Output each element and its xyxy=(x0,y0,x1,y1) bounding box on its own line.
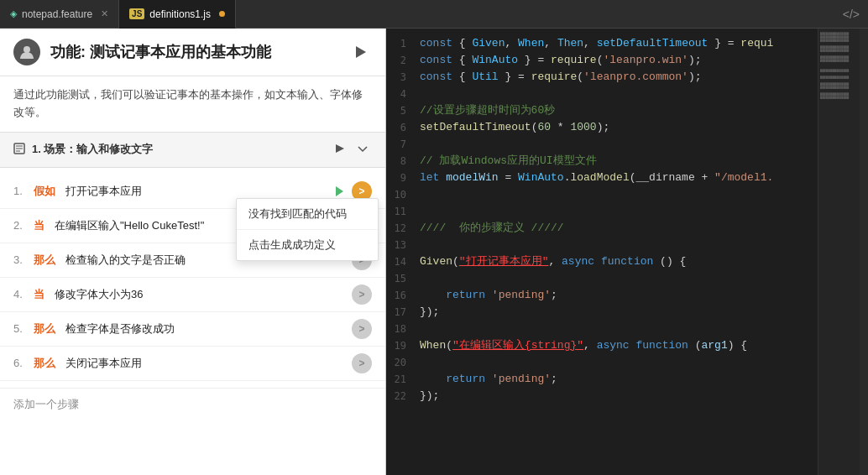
step-text: 关闭记事本应用 xyxy=(65,356,345,371)
step-keyword: 那么 xyxy=(34,356,55,371)
avatar xyxy=(13,39,40,65)
context-menu: 没有找到匹配的代码 点击生成成功定义 xyxy=(236,198,379,261)
line-code: let modelWin = WinAuto.loadModel(__dirna… xyxy=(420,170,773,186)
code-line: 20 xyxy=(386,354,868,371)
step-item: 5. 那么 检查字体是否修改成功 > xyxy=(0,312,385,347)
step-keyword: 当 xyxy=(34,218,44,233)
code-line: 6 setDefaultTimeout(60 * 1000); xyxy=(386,119,868,136)
step-number: 3. xyxy=(13,253,27,266)
line-number: 1 xyxy=(386,35,420,52)
step-keyword: 那么 xyxy=(34,253,55,268)
tab-notepad-feature-label: notepad.feature xyxy=(22,8,92,20)
step-text: 检查字体是否修改成功 xyxy=(65,321,345,337)
svg-marker-6 xyxy=(336,144,344,153)
code-line: 2 const { WinAuto } = require('leanpro.w… xyxy=(386,52,868,69)
line-number: 11 xyxy=(386,203,420,220)
code-line: 21 return 'pending'; xyxy=(386,371,868,388)
js-icon: JS xyxy=(129,8,144,19)
minimap: ████████████████ ████████████████ ██████… xyxy=(818,29,860,475)
feature-icon: ◈ xyxy=(10,8,17,19)
code-line: 9 let modelWin = WinAuto.loadModel(__dir… xyxy=(386,170,868,186)
code-line: 3 const { Util } = require('leanpro.comm… xyxy=(386,69,868,86)
line-code: const { WinAuto } = require('leanpro.win… xyxy=(420,52,702,69)
line-number: 16 xyxy=(386,287,420,304)
step-run-btn[interactable]: > xyxy=(352,353,372,373)
step-run-btn[interactable]: > xyxy=(352,319,372,339)
code-line: 10 xyxy=(386,186,868,203)
context-menu-item-no-match[interactable]: 没有找到匹配的代码 xyxy=(237,199,378,230)
step-text: 修改字体大小为36 xyxy=(55,287,345,302)
step-number: 5. xyxy=(13,322,27,335)
step-keyword: 那么 xyxy=(34,321,55,337)
tab-definitions1-js[interactable]: JS definitions1.js xyxy=(119,0,236,29)
line-code: // 加载Windows应用的UI模型文件 xyxy=(420,153,597,170)
steps-list: 1. 假如 打开记事本应用 > 2. 当 在编辑区输入"Hello CukeTe… xyxy=(0,168,385,388)
line-number: 8 xyxy=(386,153,420,170)
line-code: //设置步骤超时时间为60秒 xyxy=(420,102,555,119)
line-number: 3 xyxy=(386,69,420,86)
tab-notepad-feature[interactable]: ◈ notepad.feature ✕ xyxy=(0,0,119,28)
code-line: 11 xyxy=(386,203,868,220)
step-run-btn[interactable]: > xyxy=(352,284,372,305)
line-number: 10 xyxy=(386,186,420,203)
line-number: 14 xyxy=(386,253,420,270)
code-line: 16 return 'pending'; xyxy=(386,287,868,304)
line-code: When("在编辑区输入{string}", async function (a… xyxy=(420,337,747,354)
step-number: 4. xyxy=(13,288,27,300)
line-number: 21 xyxy=(386,371,420,388)
scenario-icon xyxy=(13,143,25,157)
close-notepad-feature-btn[interactable]: ✕ xyxy=(101,8,108,19)
context-menu-item-generate[interactable]: 点击生成成功定义 xyxy=(237,230,378,260)
code-line: 13 xyxy=(386,237,868,253)
code-line: 5 //设置步骤超时时间为60秒 xyxy=(386,102,868,119)
step-keyword: 假如 xyxy=(34,184,55,199)
modified-dot xyxy=(219,11,225,17)
line-number: 18 xyxy=(386,321,420,337)
line-number: 4 xyxy=(386,86,420,102)
line-number: 20 xyxy=(386,354,420,371)
run-feature-btn[interactable] xyxy=(348,40,372,64)
right-panel-editor: 1 const { Given, When, Then, setDefaultT… xyxy=(386,29,868,475)
code-line: 7 xyxy=(386,136,868,153)
collapse-scenario-btn[interactable] xyxy=(353,141,372,159)
line-number: 2 xyxy=(386,52,420,69)
code-line: 17 }); xyxy=(386,304,868,321)
line-number: 15 xyxy=(386,270,420,287)
feature-header: 功能: 测试记事本应用的基本功能 xyxy=(0,29,385,76)
line-number: 19 xyxy=(386,337,420,354)
feature-title: 功能: 测试记事本应用的基本功能 xyxy=(50,42,338,62)
line-code: const { Util } = require('leanpro.common… xyxy=(420,69,702,86)
code-line: 18 xyxy=(386,321,868,337)
step-keyword: 当 xyxy=(34,287,44,302)
line-number: 12 xyxy=(386,220,420,237)
line-number: 9 xyxy=(386,170,420,186)
run-scenario-btn[interactable] xyxy=(330,141,348,159)
line-code: //// 你的步骤定义 ///// xyxy=(420,220,564,237)
scenario-header: 1. 场景：输入和修改文字 xyxy=(0,133,385,168)
svg-marker-1 xyxy=(356,46,366,58)
line-code: }); xyxy=(420,304,439,321)
line-code: }); xyxy=(420,388,439,405)
step-number: 6. xyxy=(13,357,27,369)
scenario-actions xyxy=(330,141,372,159)
svg-point-0 xyxy=(24,46,30,53)
step-text: 打开记事本应用 xyxy=(65,184,345,199)
scenario-section: 1. 场景：输入和修改文字 1. 假如 打开记事本应用 xyxy=(0,133,385,475)
main-content: 功能: 测试记事本应用的基本功能 通过此功能测试，我们可以验证记事本的基本操作，… xyxy=(0,29,868,475)
line-number: 5 xyxy=(386,102,420,119)
line-code: return 'pending'; xyxy=(420,371,557,388)
code-area[interactable]: 1 const { Given, When, Then, setDefaultT… xyxy=(386,29,868,475)
line-number: 13 xyxy=(386,237,420,253)
code-line: 15 xyxy=(386,270,868,287)
line-number: 7 xyxy=(386,136,420,153)
line-code: return 'pending'; xyxy=(420,287,557,304)
code-line: 22 }); xyxy=(386,388,868,405)
add-step-btn[interactable]: 添加一个步骤 xyxy=(0,388,385,420)
code-line: 19 When("在编辑区输入{string}", async function… xyxy=(386,337,868,354)
step-number: 1. xyxy=(13,185,27,197)
feature-desc: 通过此功能测试，我们可以验证记事本的基本操作，如文本输入、字体修改等。 xyxy=(0,76,385,133)
line-code: setDefaultTimeout(60 * 1000); xyxy=(420,119,609,136)
code-line: 8 // 加载Windows应用的UI模型文件 xyxy=(386,153,868,170)
tab-definitions1-js-label: definitions1.js xyxy=(149,8,211,20)
code-brackets-icon[interactable]: </> xyxy=(843,8,860,21)
